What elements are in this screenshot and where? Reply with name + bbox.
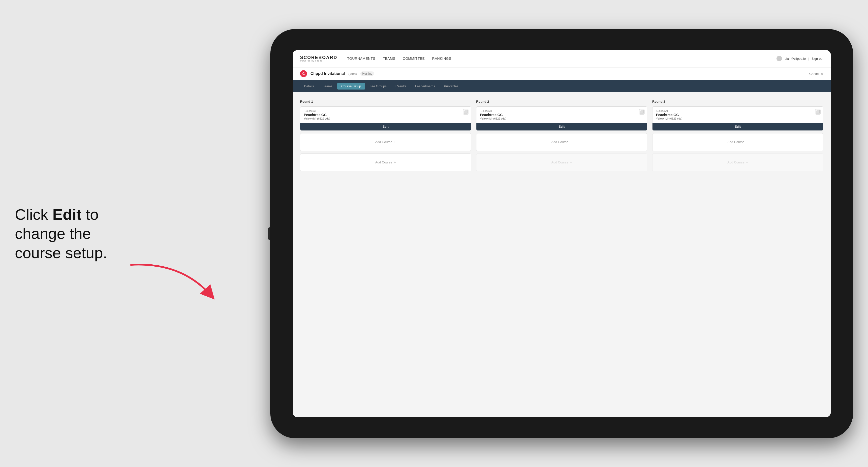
tab-printables[interactable]: Printables (440, 83, 462, 90)
clippd-logo: C (300, 70, 307, 77)
tournament-name-row: C Clippd Invitational (Men) Hosting (300, 70, 374, 77)
round-1-edit-button[interactable]: Edit (300, 123, 471, 130)
round-2-add-text-1: Add Course (551, 140, 568, 144)
nav-right: blair@clippd.io | Sign out (776, 56, 824, 61)
round-3-add-course-2: Add Course + (652, 154, 824, 172)
round-1-add-course-1[interactable]: Add Course + (300, 133, 471, 151)
round-1-delete-button[interactable]: ⬜ (463, 109, 468, 115)
round-3-plus-icon-1: + (746, 140, 748, 144)
sign-out-link[interactable]: Sign out (811, 57, 824, 61)
logo-title: SCOREBOARD (300, 55, 337, 60)
logo-sub: Powered by clippd (300, 60, 337, 62)
round-2-add-label-2: Add Course + (551, 160, 572, 165)
cancel-icon: ✕ (820, 72, 824, 75)
round-3-add-text-1: Add Course (727, 140, 744, 144)
round-1-course-inner: (Course A) Peachtree GC Yellow (M) (6629… (300, 107, 471, 123)
rounds-grid: Round 1 (Course A) Peachtree GC Yellow (… (300, 100, 824, 174)
nav-links: TOURNAMENTS TEAMS COMMITTEE RANKINGS (347, 57, 452, 61)
tournament-header: C Clippd Invitational (Men) Hosting Canc… (292, 67, 831, 80)
round-3-add-label-2: Add Course + (727, 160, 748, 165)
tab-details[interactable]: Details (300, 83, 318, 90)
round-1-add-course-2[interactable]: Add Course + (300, 154, 471, 172)
round-3-add-label-1: Add Course + (727, 140, 748, 144)
round-3-add-text-2: Add Course (727, 160, 744, 164)
round-2-edit-button[interactable]: Edit (476, 123, 647, 130)
round-2-plus-icon-2: + (570, 160, 572, 165)
round-2-course-name: Peachtree GC (480, 113, 644, 117)
instruction-text: Click Edit tochange thecourse setup. (15, 205, 107, 262)
round-3-edit-button[interactable]: Edit (652, 123, 823, 130)
round-3-course-card: (Course A) Peachtree GC Yellow (M) (6629… (652, 106, 824, 131)
nav-link-teams[interactable]: TEAMS (383, 57, 395, 61)
tablet-screen: SCOREBOARD Powered by clippd TOURNAMENTS… (292, 50, 831, 417)
tournament-gender: (Men) (348, 72, 357, 75)
round-1-course-label: (Course A) (304, 110, 467, 112)
round-3-plus-icon-2: + (746, 160, 748, 165)
tab-leaderboards[interactable]: Leaderboards (411, 83, 439, 90)
round-2-add-text-2: Add Course (551, 160, 568, 164)
round-3-header: Round 3 (652, 100, 824, 103)
round-1-add-text-1: Add Course (375, 140, 392, 144)
round-2-course-card: (Course A) Peachtree GC Yellow (M) (6629… (476, 106, 647, 131)
cancel-label: Cancel (809, 72, 819, 75)
nav-link-committee[interactable]: COMMITTEE (403, 57, 425, 61)
round-2-column: Round 2 (Course A) Peachtree GC Yellow (… (476, 100, 647, 174)
nav-link-tournaments[interactable]: TOURNAMENTS (347, 57, 375, 61)
tournament-title: Clippd Invitational (310, 71, 345, 76)
round-2-course-details: Yellow (M) (6629 yds) (480, 117, 644, 120)
tournament-status: Hosting (360, 71, 374, 76)
round-2-course-label: (Course A) (480, 110, 644, 112)
round-2-delete-button[interactable]: ⬜ (639, 109, 645, 115)
round-3-course-name: Peachtree GC (656, 113, 819, 117)
round-2-add-course-1[interactable]: Add Course + (476, 133, 647, 151)
round-3-column: Round 3 (Course A) Peachtree GC Yellow (… (652, 100, 824, 174)
round-1-add-label-1: Add Course + (375, 140, 396, 144)
tab-results[interactable]: Results (392, 83, 410, 90)
instruction-bold: Edit (53, 206, 82, 223)
round-3-course-inner: (Course A) Peachtree GC Yellow (M) (6629… (652, 107, 823, 123)
round-1-plus-icon-1: + (394, 140, 396, 144)
round-1-course-card: (Course A) Peachtree GC Yellow (M) (6629… (300, 106, 471, 131)
round-1-header: Round 1 (300, 100, 471, 103)
tab-course-setup[interactable]: Course Setup (337, 83, 365, 90)
cancel-button[interactable]: Cancel ✕ (809, 72, 824, 75)
round-2-plus-icon-1: + (570, 140, 572, 144)
tab-tee-groups[interactable]: Tee Groups (366, 83, 391, 90)
round-3-add-course-1[interactable]: Add Course + (652, 133, 824, 151)
round-1-column: Round 1 (Course A) Peachtree GC Yellow (… (300, 100, 471, 174)
round-2-add-label-1: Add Course + (551, 140, 572, 144)
round-3-delete-button[interactable]: ⬜ (815, 109, 820, 115)
nav-divider: | (808, 57, 809, 61)
round-1-course-name: Peachtree GC (304, 113, 467, 117)
tablet-side-button (268, 227, 270, 240)
round-1-course-details: Yellow (M) (6629 yds) (304, 117, 467, 120)
round-2-header: Round 2 (476, 100, 647, 103)
nav-link-rankings[interactable]: RANKINGS (432, 57, 452, 61)
scoreboard-logo: SCOREBOARD Powered by clippd (300, 55, 337, 62)
tab-teams[interactable]: Teams (319, 83, 336, 90)
top-nav-bar: SCOREBOARD Powered by clippd TOURNAMENTS… (292, 50, 831, 67)
round-2-course-inner: (Course A) Peachtree GC Yellow (M) (6629… (476, 107, 647, 123)
main-content: Round 1 (Course A) Peachtree GC Yellow (… (292, 92, 831, 417)
round-2-add-course-2: Add Course + (476, 154, 647, 172)
tablet-shell: SCOREBOARD Powered by clippd TOURNAMENTS… (270, 29, 853, 438)
nav-left: SCOREBOARD Powered by clippd TOURNAMENTS… (300, 55, 452, 62)
user-email: blair@clippd.io (784, 57, 806, 61)
round-1-add-text-2: Add Course (375, 160, 392, 164)
tab-bar: Details Teams Course Setup Tee Groups Re… (292, 80, 831, 92)
arrow-indicator (122, 258, 216, 307)
round-1-add-label-2: Add Course + (375, 160, 396, 165)
round-3-course-details: Yellow (M) (6629 yds) (656, 117, 819, 120)
user-avatar (776, 56, 782, 61)
round-1-plus-icon-2: + (394, 160, 396, 165)
round-3-course-label: (Course A) (656, 110, 819, 112)
